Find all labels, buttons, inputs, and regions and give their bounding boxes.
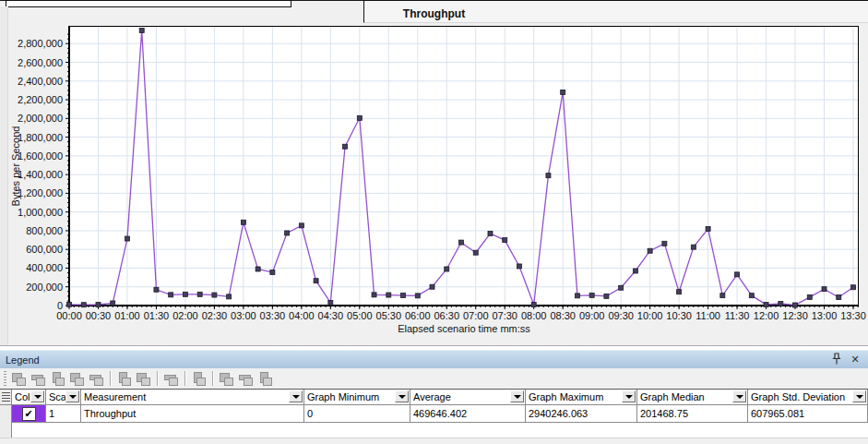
show-color-icon[interactable] [11, 372, 27, 386]
select-columns-icon[interactable] [191, 372, 207, 386]
column-filter-dropdown[interactable] [510, 390, 524, 402]
toolbar-grip[interactable] [4, 371, 6, 386]
duplicate-measurement-icon[interactable] [136, 372, 151, 386]
column-header-label: Graph Minimum [307, 391, 379, 402]
data-point-marker [779, 301, 783, 306]
column-header-label: Graph Maximum [529, 391, 603, 402]
data-point-marker [604, 294, 609, 298]
data-point-marker [285, 231, 290, 235]
column-header-average: Average [410, 390, 526, 405]
data-point-marker [503, 238, 507, 243]
y-tick-label: 1,400,000 [18, 169, 63, 180]
x-tick-label: 07:30 [492, 310, 517, 321]
data-point-marker [619, 285, 624, 290]
y-tick-label: 2,800,000 [18, 38, 63, 49]
column-header-row_selector[interactable] [0, 390, 12, 405]
column-header-label: Graph Median [640, 391, 705, 402]
data-point-marker [851, 285, 856, 290]
data-point-marker [662, 241, 667, 246]
x-tick-label: 07:00 [463, 310, 489, 321]
column-filter-dropdown[interactable] [395, 390, 409, 402]
cell-measurement: Throughput [81, 405, 304, 423]
column-filter-dropdown[interactable] [65, 390, 79, 402]
data-point-marker [720, 294, 725, 298]
data-point-marker [415, 294, 420, 298]
x-tick-label: 04:30 [318, 310, 344, 321]
row-selector-cell[interactable] [0, 405, 12, 423]
data-point-marker [749, 294, 754, 298]
data-point-marker [227, 294, 232, 299]
export-legend-icon[interactable] [257, 372, 273, 386]
sort-measurements-icon[interactable] [116, 372, 132, 386]
data-point-marker [430, 284, 434, 289]
legend-table: ColScaMeasurementGraph MinimumAverageGra… [0, 389, 868, 423]
column-header-graph_std_deviation: Graph Std. Deviation [748, 390, 868, 405]
data-point-marker [706, 226, 710, 231]
data-point-marker [735, 272, 740, 277]
column-header-label: Measurement [84, 391, 146, 402]
cell-graph_median: 201468.75 [637, 405, 748, 423]
data-point-marker [328, 300, 333, 305]
x-tick-label: 02:30 [202, 310, 228, 321]
x-tick-label: 02:00 [172, 310, 198, 321]
data-point-marker [691, 245, 696, 249]
y-tick-label: 1,000,000 [18, 207, 63, 218]
y-tick-label: 2,600,000 [18, 57, 63, 68]
y-tick-label: 1,600,000 [18, 150, 63, 162]
hide-color-icon[interactable] [30, 372, 46, 386]
x-tick-label: 06:00 [405, 310, 431, 321]
x-tick-label: 04:00 [289, 310, 315, 321]
show-measurement-checkbox[interactable]: ✔ [22, 407, 36, 421]
x-tick-label: 06:30 [434, 310, 459, 321]
x-tick-label: 08:30 [550, 310, 576, 321]
show-only-selected-icon[interactable] [50, 372, 65, 386]
close-icon[interactable]: ✕ [848, 353, 862, 367]
x-tick-label: 09:30 [608, 310, 634, 321]
x-tick-label: 13:00 [812, 310, 838, 321]
column-header-label: Graph Std. Deviation [751, 391, 845, 402]
left-panel-edge [0, 6, 8, 345]
x-tick-label: 12:00 [754, 310, 779, 321]
column-filter-dropdown[interactable] [622, 390, 636, 402]
x-axis-title: Elapsed scenario time mm:ss [69, 323, 859, 334]
y-tick-label: 1,200,000 [18, 187, 63, 198]
x-tick-label: 01:00 [114, 310, 140, 321]
data-point-marker [575, 294, 579, 298]
data-point-marker [111, 301, 115, 306]
column-filter-dropdown[interactable] [732, 390, 746, 402]
data-point-marker [197, 292, 202, 296]
data-point-marker [633, 269, 637, 273]
copy-to-clipboard-icon[interactable] [238, 372, 254, 386]
save-template-icon[interactable] [219, 372, 234, 386]
column-filter-dropdown[interactable] [30, 390, 44, 402]
pin-icon[interactable] [829, 353, 844, 367]
set-filter-icon[interactable] [89, 372, 104, 386]
data-point-marker [473, 250, 478, 255]
legend-table-header: ColScaMeasurementGraph MinimumAverageGra… [0, 389, 868, 405]
x-tick-label: 01:30 [144, 310, 170, 321]
y-tick-label: 2,400,000 [18, 76, 63, 87]
view-measurement-description-icon[interactable] [69, 372, 85, 386]
cell-graph_std_deviation: 607965.081 [748, 405, 868, 423]
data-point-marker [81, 303, 86, 307]
data-point-marker [372, 293, 376, 297]
column-filter-dropdown[interactable] [289, 390, 303, 402]
data-point-marker [386, 293, 391, 297]
data-point-marker [212, 293, 217, 297]
data-point-marker [67, 302, 72, 306]
data-point-marker [125, 236, 129, 241]
x-tick-label: 09:00 [579, 310, 605, 321]
data-point-marker [183, 292, 187, 296]
column-filter-dropdown[interactable] [852, 390, 866, 402]
data-point-marker [139, 29, 144, 33]
x-tick-label: 08:00 [521, 310, 547, 321]
y-tick-label: 1,800,000 [18, 132, 63, 143]
auto-correlate-icon[interactable] [163, 372, 179, 386]
data-point-marker [357, 115, 362, 120]
cell-scale: 1 [46, 405, 81, 423]
data-point-marker [837, 295, 841, 300]
data-point-marker [343, 144, 348, 149]
y-tick-label: 800,000 [26, 225, 63, 236]
y-tick-label: 2,000,000 [18, 113, 63, 124]
data-point-marker [764, 302, 768, 306]
